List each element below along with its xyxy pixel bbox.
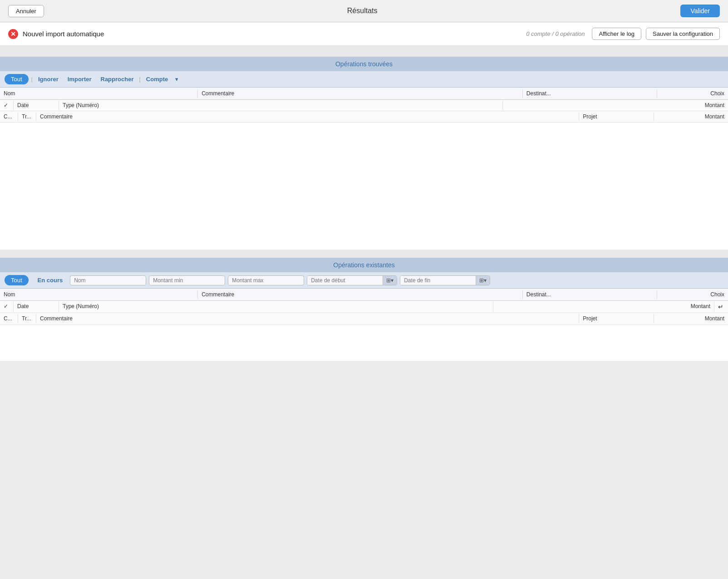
- section2-nom-input[interactable]: [70, 275, 146, 285]
- arrow-icon: ↵: [718, 303, 723, 310]
- section2-date-fin-cal-button[interactable]: ⊞▾: [476, 276, 490, 285]
- th-destinat-1: Destinat...: [523, 89, 657, 98]
- section2-header: Opérations existantes: [0, 258, 728, 272]
- th-check-1: ✓: [0, 101, 14, 110]
- th-choix-2: Choix: [657, 290, 728, 299]
- section1-table-body: [0, 123, 728, 250]
- section-operations-trouvees: Opérations trouvées Tout | Ignorer Impor…: [0, 57, 728, 250]
- th-montant2-2: Montant: [654, 314, 728, 323]
- th-montant-1: Montant: [503, 101, 728, 110]
- section1-rapprocher-button[interactable]: Rapprocher: [96, 74, 138, 84]
- th-commentaire2-2: Commentaire: [36, 314, 579, 323]
- th-c-2: C...: [0, 314, 18, 323]
- filter-sep-2: |: [139, 76, 140, 83]
- import-row: ✕ Nouvel import automatique 0 compte / 0…: [0, 22, 728, 46]
- section2-montant-min-input[interactable]: [149, 275, 225, 285]
- th-destinat-2: Destinat...: [523, 290, 657, 299]
- th-projet-2: Projet: [579, 314, 654, 323]
- th-arrow-2: ↵: [714, 302, 728, 312]
- th-c-1: C...: [0, 112, 18, 121]
- section1-importer-button[interactable]: Importer: [63, 74, 96, 84]
- top-bar: Annuler Résultats Valider: [0, 0, 728, 22]
- section-gap: [0, 250, 728, 258]
- page-title: Résultats: [347, 7, 378, 15]
- section1-table-header-row1: Nom Commentaire Destinat... Choix: [0, 88, 728, 100]
- import-row-left: ✕ Nouvel import automatique: [8, 29, 519, 39]
- section2-filter-bar: Tout En cours ⊞▾ ⊞▾: [0, 272, 728, 289]
- section2-title: Opérations existantes: [333, 261, 394, 269]
- section2-table-subheader-row3: C... Tr... Commentaire Projet Montant: [0, 313, 728, 324]
- th-date-2: Date: [14, 302, 59, 312]
- import-stats: 0 compte / 0 opération: [526, 30, 585, 37]
- spacer-top: [0, 46, 728, 57]
- th-nom-2: Nom: [0, 290, 198, 299]
- import-row-right: Afficher le log Sauver la configuration: [592, 28, 720, 40]
- save-config-button[interactable]: Sauver la configuration: [646, 28, 720, 40]
- section2-date-fin-input[interactable]: [400, 276, 476, 285]
- section1-compte-button[interactable]: Compte: [142, 74, 172, 84]
- th-commentaire-1: Commentaire: [198, 89, 523, 98]
- section1-table-subheader-row2: ✓ Date Type (Numéro) Montant: [0, 100, 728, 111]
- th-tr-1: Tr...: [18, 112, 36, 121]
- section2-date-fin-wrap: ⊞▾: [400, 275, 490, 285]
- error-icon: ✕: [8, 29, 18, 39]
- section2-date-debut-wrap: ⊞▾: [307, 275, 397, 285]
- th-nom-1: Nom: [0, 89, 198, 98]
- section-operations-existantes: Opérations existantes Tout En cours ⊞▾ ⊞…: [0, 258, 728, 361]
- section1-header: Opérations trouvées: [0, 57, 728, 71]
- section2-table-body: [0, 324, 728, 361]
- th-montant-2: Montant: [493, 302, 714, 312]
- validate-button[interactable]: Valider: [680, 5, 720, 17]
- cancel-button[interactable]: Annuler: [8, 5, 44, 17]
- th-choix-1: Choix: [657, 89, 728, 98]
- th-type-2: Type (Numéro): [59, 302, 493, 312]
- section1-ignorer-button[interactable]: Ignorer: [34, 74, 63, 84]
- th-check-2: ✓: [0, 302, 14, 312]
- section1-tout-button[interactable]: Tout: [5, 74, 29, 84]
- section2-encours-button[interactable]: En cours: [33, 275, 68, 285]
- section2-date-debut-input[interactable]: [307, 276, 383, 285]
- section2-table-subheader-row2: ✓ Date Type (Numéro) Montant ↵: [0, 301, 728, 313]
- import-title: Nouvel import automatique: [23, 30, 104, 38]
- section1-compte-dropdown[interactable]: ▾: [172, 74, 181, 84]
- section2-table-header-row1: Nom Commentaire Destinat... Choix: [0, 289, 728, 301]
- section1-table-subheader-row3: C... Tr... Commentaire Projet Montant: [0, 111, 728, 123]
- section2-tout-button[interactable]: Tout: [5, 275, 29, 285]
- th-commentaire-2: Commentaire: [198, 290, 523, 299]
- th-commentaire2-1: Commentaire: [36, 112, 579, 121]
- section2-montant-max-input[interactable]: [228, 275, 304, 285]
- th-date-1: Date: [14, 101, 59, 110]
- th-tr-2: Tr...: [18, 314, 36, 323]
- filter-sep-1: |: [31, 76, 33, 83]
- th-montant2-1: Montant: [654, 112, 728, 121]
- show-log-button[interactable]: Afficher le log: [592, 28, 641, 40]
- section1-title: Opérations trouvées: [335, 60, 393, 68]
- th-type-1: Type (Numéro): [59, 101, 503, 110]
- th-projet-1: Projet: [579, 112, 654, 121]
- section1-filter-bar: Tout | Ignorer Importer Rapprocher | Com…: [0, 71, 728, 88]
- section2-date-debut-cal-button[interactable]: ⊞▾: [383, 276, 397, 285]
